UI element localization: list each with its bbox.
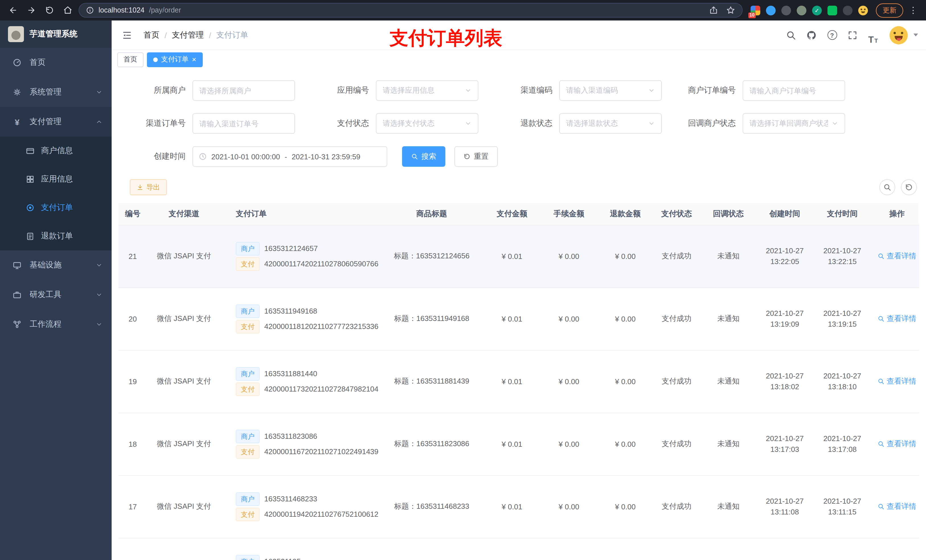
sidebar-header: 芋道管理系统 bbox=[0, 21, 112, 48]
channel-order-no-input[interactable] bbox=[192, 113, 295, 134]
browser-menu-icon[interactable]: ⋮ bbox=[906, 5, 920, 15]
cell-actions: 查看详情 bbox=[875, 475, 919, 538]
extension-check-icon[interactable] bbox=[812, 5, 822, 15]
table-row: 20 微信 JSAPI 支付 商户1635311949168 支付4200001… bbox=[118, 287, 919, 350]
browser-update-button[interactable]: 更新 bbox=[876, 3, 903, 17]
collapse-sidebar-icon[interactable] bbox=[120, 30, 135, 40]
cell-channel: 微信 JSAPI 支付 bbox=[147, 413, 221, 475]
refund-status-select[interactable]: 请选择退款状态 bbox=[559, 113, 662, 134]
cell-notify: 未通知 bbox=[697, 225, 760, 287]
cell-channel: 微信 JSAPI 支付 bbox=[147, 475, 221, 538]
reload-icon[interactable] bbox=[42, 3, 57, 18]
sidebar-item-system[interactable]: 系统管理 bbox=[0, 77, 112, 107]
cell-status: 支付成功 bbox=[656, 413, 697, 475]
cell-notify: 未通知 bbox=[697, 475, 760, 538]
tab-pay-order[interactable]: 支付订单 × bbox=[147, 52, 203, 67]
browser-toolbar: localhost:1024/pay/order 10 更新 ⋮ bbox=[0, 0, 926, 21]
view-detail-link[interactable]: 查看详情 bbox=[878, 439, 916, 449]
sidebar-item-app-info[interactable]: 应用信息 bbox=[0, 165, 112, 193]
filter-merchant: 所属商户 bbox=[118, 80, 302, 101]
refresh-button[interactable] bbox=[901, 179, 917, 195]
github-icon[interactable] bbox=[803, 26, 820, 44]
dashboard-icon bbox=[11, 58, 23, 67]
cell-fee: ¥ 0.00 bbox=[543, 350, 595, 413]
chevron-down-icon bbox=[465, 120, 472, 127]
cell-title: 标题：1635311468233 bbox=[383, 475, 481, 538]
col-order: 支付订单 bbox=[221, 203, 383, 225]
active-tab-dot bbox=[153, 57, 158, 62]
chevron-down-icon bbox=[96, 262, 103, 269]
user-menu-caret-icon[interactable] bbox=[914, 33, 918, 36]
view-detail-link[interactable]: 查看详情 bbox=[878, 376, 916, 386]
home-icon[interactable] bbox=[61, 3, 75, 18]
notify-status-select[interactable]: 请选择订单回调商户状态 bbox=[743, 113, 845, 134]
export-button[interactable]: 导出 bbox=[130, 179, 167, 195]
sidebar-item-home[interactable]: 首页 bbox=[0, 48, 112, 77]
extension-gray-icon[interactable] bbox=[781, 5, 791, 15]
sidebar-item-workflow[interactable]: 工作流程 bbox=[0, 309, 112, 339]
col-id: 编号 bbox=[118, 203, 147, 225]
navbar-actions: ? TT bbox=[782, 26, 918, 44]
extension-olive-icon[interactable] bbox=[797, 5, 806, 15]
breadcrumb-payment[interactable]: 支付管理 bbox=[172, 30, 204, 40]
view-detail-link[interactable]: 查看详情 bbox=[878, 501, 916, 512]
cell-pay-time: 2021-10-2713:19:15 bbox=[810, 287, 875, 350]
site-info-icon[interactable] bbox=[86, 6, 94, 14]
merchant-order-no-input[interactable] bbox=[743, 80, 845, 101]
table-row: 19 微信 JSAPI 支付 商户1635311881440 支付4200001… bbox=[118, 350, 919, 413]
table-row: 21 微信 JSAPI 支付 商户1635312124657 支付4200001… bbox=[118, 225, 919, 287]
avatar[interactable] bbox=[890, 26, 908, 44]
breadcrumb-current: 支付订单 bbox=[216, 30, 248, 40]
record-icon bbox=[25, 203, 35, 212]
pay-status-select[interactable]: 请选择支付状态 bbox=[376, 113, 478, 134]
cell-id: 20 bbox=[118, 287, 147, 350]
close-icon[interactable]: × bbox=[192, 56, 196, 63]
monitor-icon bbox=[11, 261, 23, 270]
screen: localhost:1024/pay/order 10 更新 ⋮ 芋道管理系统 bbox=[0, 0, 926, 560]
filter-channel-code: 渠道编码 请输入渠道编码 bbox=[485, 80, 669, 101]
sidebar-item-dev-tools[interactable]: 研发工具 bbox=[0, 280, 112, 309]
bookmark-star-icon[interactable] bbox=[726, 6, 735, 15]
help-icon[interactable]: ? bbox=[823, 26, 841, 44]
forward-icon[interactable] bbox=[24, 3, 39, 18]
tab-home[interactable]: 首页 bbox=[117, 52, 144, 67]
extension-face-icon[interactable] bbox=[858, 5, 868, 15]
sidebar-item-pay-order[interactable]: 支付订单 bbox=[0, 193, 112, 222]
clock-icon bbox=[199, 152, 207, 160]
extensions-icon[interactable]: 10 bbox=[750, 5, 760, 15]
view-detail-link[interactable]: 查看详情 bbox=[878, 251, 916, 261]
date-end: 2021-10-31 23:59:59 bbox=[292, 152, 360, 161]
url-host: localhost:1024 bbox=[98, 6, 144, 14]
app-id-select[interactable]: 请选择应用信息 bbox=[376, 80, 478, 101]
sidebar-item-merchant-info[interactable]: 商户信息 bbox=[0, 137, 112, 165]
date-range-picker[interactable]: 2021-10-01 00:00:00 - 2021-10-31 23:59:5… bbox=[192, 146, 387, 167]
sidebar-item-refund-order[interactable]: 退款订单 bbox=[0, 222, 112, 251]
sidebar-item-payment[interactable]: ¥ 支付管理 bbox=[0, 107, 112, 137]
chevron-down-icon bbox=[96, 291, 103, 298]
cell-refund: ¥ 0.00 bbox=[595, 475, 656, 538]
search-icon[interactable] bbox=[782, 26, 800, 44]
extension-chat-icon[interactable] bbox=[828, 5, 837, 15]
extension-dark-icon[interactable] bbox=[843, 5, 853, 15]
fullscreen-icon[interactable] bbox=[844, 26, 861, 44]
reset-button[interactable]: 重置 bbox=[454, 146, 498, 167]
url-bar[interactable]: localhost:1024/pay/order bbox=[79, 3, 743, 18]
sidebar-item-infrastructure[interactable]: 基础设施 bbox=[0, 251, 112, 280]
font-size-icon[interactable]: TT bbox=[864, 26, 882, 44]
filter-pay-status: 支付状态 请选择支付状态 bbox=[302, 113, 485, 134]
search-button[interactable]: 搜索 bbox=[402, 146, 445, 167]
col-fee: 手续金额 bbox=[543, 203, 595, 225]
merchant-tag: 商户 bbox=[236, 367, 260, 380]
col-pay-time: 支付时间 bbox=[810, 203, 875, 225]
toggle-search-button[interactable] bbox=[879, 179, 895, 195]
chevron-down-icon bbox=[831, 120, 838, 127]
share-icon[interactable] bbox=[709, 6, 718, 15]
merchant-input[interactable] bbox=[192, 80, 295, 101]
channel-code-select[interactable]: 请输入渠道编码 bbox=[559, 80, 662, 101]
extension-blue-icon[interactable] bbox=[766, 5, 776, 15]
sidebar-item-label: 支付订单 bbox=[41, 202, 73, 213]
breadcrumb-home[interactable]: 首页 bbox=[144, 30, 159, 40]
pay-tag: 支付 bbox=[236, 445, 260, 459]
view-detail-link[interactable]: 查看详情 bbox=[878, 314, 916, 324]
back-icon[interactable] bbox=[6, 3, 21, 18]
